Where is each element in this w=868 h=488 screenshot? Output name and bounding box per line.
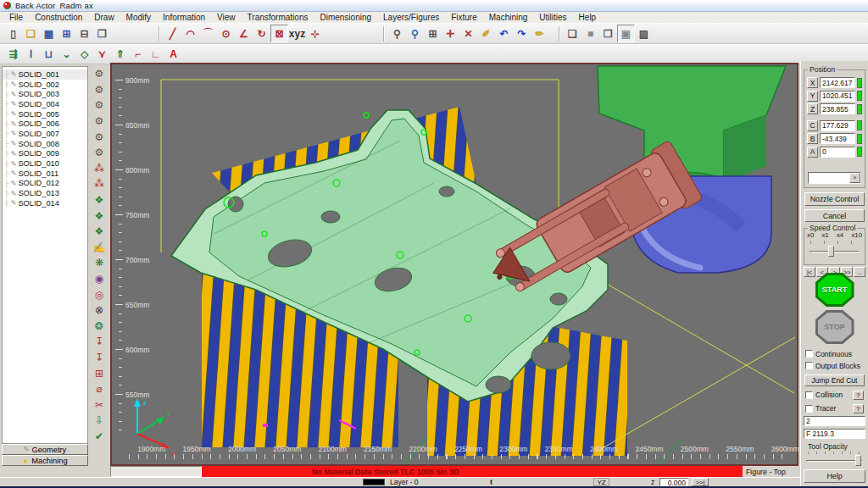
toolbar-icon-save-file[interactable]: ▦ xyxy=(40,25,58,42)
menu-construction[interactable]: Construction xyxy=(29,12,88,23)
toolbar-icon-dim-ibeam[interactable]: Ⅰ xyxy=(22,46,40,64)
tool-icon-export-doc[interactable]: ⇩ xyxy=(91,413,108,429)
step-nav-button[interactable]: |< xyxy=(804,267,815,277)
count-field[interactable]: 2 xyxy=(804,416,865,426)
nozzle-control-button[interactable]: Nozzle Control xyxy=(804,192,865,206)
menu-fixture[interactable]: Fixture xyxy=(445,12,483,23)
tracer-checkbox[interactable] xyxy=(805,405,813,413)
start-button[interactable]: START xyxy=(815,273,854,307)
tool-icon-gear-5[interactable]: ⚙ xyxy=(91,129,108,145)
tree-item[interactable]: ├ ✎ SOLID_014 xyxy=(3,198,87,208)
checkbox[interactable] xyxy=(805,350,813,358)
collision-checkbox[interactable] xyxy=(805,391,813,399)
stop-button[interactable]: STOP xyxy=(815,310,854,344)
toolbar-icon-open-file[interactable]: ❏ xyxy=(22,25,40,42)
toolbar-icon-view-cube-shaded[interactable]: ▣ xyxy=(617,25,635,42)
menu-modify[interactable]: Modify xyxy=(120,12,157,23)
tree-item[interactable]: ├ ✎ SOLID_009 xyxy=(3,149,87,159)
menu-dimensioning[interactable]: Dimensioning xyxy=(314,12,377,23)
tree-item[interactable]: ├ ✎ SOLID_013 xyxy=(3,188,87,198)
tree-item[interactable]: ├ ✎ SOLID_005 xyxy=(3,109,87,119)
tree-item[interactable]: ├ ✎ SOLID_012 xyxy=(3,179,87,189)
speed-slider-thumb[interactable] xyxy=(828,246,834,257)
feed-rate-field[interactable]: F 2119.3 xyxy=(804,429,865,439)
menu-draw[interactable]: Draw xyxy=(88,12,120,23)
menu-utilities[interactable]: Utilities xyxy=(533,12,572,23)
collision-help-button[interactable]: ? xyxy=(853,391,864,400)
step-nav-button[interactable]: ... xyxy=(854,267,865,277)
menu-transformations[interactable]: Transformations xyxy=(242,12,314,23)
toolbar-icon-dim-corner[interactable]: ⌐ xyxy=(129,46,147,64)
toolbar-icon-undo[interactable]: ↶ xyxy=(495,25,513,42)
viewport-3d-scene[interactable]: z Y X xyxy=(112,64,797,464)
axis-value-field[interactable]: 177.629 xyxy=(820,120,855,131)
tool-icon-balls-green[interactable]: ❂ xyxy=(91,319,108,335)
geometry-button[interactable]: ✎ Geometry xyxy=(2,444,88,455)
plane-button-yz[interactable]: YZ xyxy=(593,478,609,486)
tool-icon-surface-3[interactable]: ❖ xyxy=(91,224,108,240)
axis-value-field[interactable]: -43.439 xyxy=(820,133,855,144)
axis-value-field[interactable]: 2142.617 xyxy=(820,77,855,88)
menu-help[interactable]: Help xyxy=(573,12,603,23)
tool-icon-points-scatter[interactable]: ⁂ xyxy=(91,161,108,177)
tool-icon-cut-figures[interactable]: ✂ xyxy=(91,396,108,413)
menu-file[interactable]: File xyxy=(3,12,29,23)
toolbar-icon-measure-pen[interactable]: ✐ xyxy=(477,25,495,42)
toolbar-icon-line[interactable]: ╱ xyxy=(164,25,181,42)
toolbar-icon-dim-vee[interactable]: ⌄ xyxy=(58,46,75,64)
toolbar-icon-box-delete[interactable]: ⊠ xyxy=(270,25,288,42)
menu-layers-figures[interactable]: Layers/Figures xyxy=(377,12,445,23)
toolbar-icon-arc[interactable]: ⌒ xyxy=(199,25,217,42)
toolbar-icon-dim-diamond[interactable]: ◇ xyxy=(75,46,93,64)
menu-machining[interactable]: Machining xyxy=(483,12,534,23)
tracer-help-button[interactable]: ? xyxy=(853,404,864,413)
tool-opacity-thumb[interactable] xyxy=(855,455,861,466)
tool-icon-points-plane[interactable]: ⁂ xyxy=(91,176,108,192)
tree-item[interactable]: ├ ✎ SOLID_004 xyxy=(3,99,87,109)
toolbar-icon-arc-rotate[interactable]: ↻ xyxy=(253,25,270,42)
checkbox[interactable] xyxy=(805,362,813,369)
axis-value-field[interactable]: 1020.451 xyxy=(820,91,855,102)
preset-dropdown[interactable]: ▾ xyxy=(808,172,861,184)
help-button[interactable]: Help xyxy=(804,469,865,483)
tool-icon-gear-6[interactable]: ⚙ xyxy=(91,145,108,161)
tool-icon-detach-phi[interactable]: ⌀ xyxy=(91,381,108,397)
tool-icon-gear-3[interactable]: ⚙ xyxy=(91,97,108,114)
toolbar-icon-angle[interactable]: ∠ xyxy=(235,25,253,42)
menu-view[interactable]: View xyxy=(211,12,242,23)
toolbar-icon-zoom-extents[interactable]: ✛ xyxy=(442,25,459,42)
toolbar-icon-redo[interactable]: ↷ xyxy=(513,25,531,42)
toolbar-icon-text-tool[interactable]: A xyxy=(164,46,182,64)
tool-icon-target-x[interactable]: ⊗ xyxy=(91,302,108,319)
tool-icon-sphere-a[interactable]: ◉ xyxy=(91,271,108,287)
tree-item[interactable]: ├ ✎ SOLID_001 xyxy=(3,69,87,80)
toolbar-icon-zoom-shrink[interactable]: ✕ xyxy=(459,25,477,42)
axis-value-field[interactable]: 0 xyxy=(820,147,855,158)
tree-item[interactable]: ├ ✎ SOLID_008 xyxy=(3,139,87,149)
toolbar-icon-dim-move[interactable]: ⇶ xyxy=(4,46,22,64)
toolbar-icon-dim-arrow[interactable]: ⇑ xyxy=(111,46,129,64)
menu-information[interactable]: Information xyxy=(157,12,211,23)
cancel-button[interactable]: Cancel xyxy=(804,209,865,222)
toolbar-icon-print[interactable]: ⊟ xyxy=(75,25,93,42)
toolbar-icon-highlighter[interactable]: ✏ xyxy=(531,25,548,42)
tree-item[interactable]: ├ ✎ SOLID_011 xyxy=(3,169,87,179)
toolbar-icon-circle-center[interactable]: ⊙ xyxy=(217,25,235,42)
tree-item[interactable]: ├ ✎ SOLID_006 xyxy=(3,119,87,129)
toolbar-icon-dim-branch[interactable]: ⋎ xyxy=(93,46,111,64)
current-color-swatch[interactable] xyxy=(363,479,385,485)
tree-item[interactable]: ├ ✎ SOLID_010 xyxy=(3,158,87,169)
more-button[interactable]: >>| xyxy=(692,478,709,486)
tool-icon-sphere-b[interactable]: ◎ xyxy=(91,286,108,302)
toolbar-icon-batch-save[interactable]: ⊞ xyxy=(58,25,75,42)
tool-icon-hand-sketch[interactable]: ✍ xyxy=(91,240,108,256)
tool-icon-accept-check[interactable]: ✔ xyxy=(91,429,108,445)
toolbar-icon-zoom-plus[interactable]: ⚲ xyxy=(406,25,424,42)
toolbar-icon-xyz-coords[interactable]: xyz xyxy=(288,25,306,42)
toolbar-icon-view-cube-open[interactable]: ❒ xyxy=(599,25,617,42)
toolbar-icon-dim-right-angle[interactable]: ∟ xyxy=(147,46,164,64)
toolbar-icon-zoom-window[interactable]: ⊞ xyxy=(424,25,442,42)
toolbar-icon-view-cube-edges[interactable]: ▨ xyxy=(635,25,653,42)
tool-icon-level-down-1[interactable]: ↧ xyxy=(91,334,108,350)
tool-icon-level-down-2[interactable]: ↧ xyxy=(91,350,108,366)
